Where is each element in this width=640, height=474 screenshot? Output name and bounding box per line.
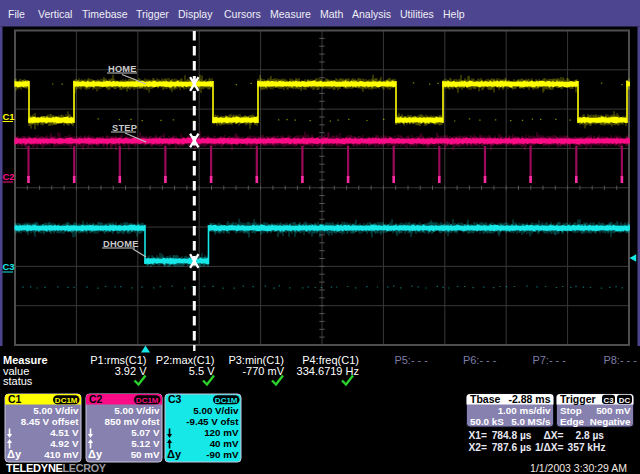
svg-text:File: File [8, 8, 25, 20]
svg-text:P8:- - -: P8:- - - [603, 354, 637, 366]
svg-text:P6:- - -: P6:- - - [463, 354, 497, 366]
svg-text:Utilities: Utilities [400, 8, 434, 20]
svg-text:5.12 V: 5.12 V [131, 438, 160, 449]
svg-text:C3: C3 [3, 261, 15, 272]
svg-text:5.07 V: 5.07 V [131, 427, 160, 438]
svg-text:status: status [3, 375, 33, 387]
svg-text:Negative: Negative [590, 416, 631, 427]
svg-text:X2=: X2= [469, 442, 487, 453]
svg-text:C2: C2 [3, 171, 15, 182]
svg-text:5.00 V/div: 5.00 V/div [114, 405, 160, 416]
svg-text:-770 mV: -770 mV [242, 365, 284, 377]
svg-text:-9.45 V ofst: -9.45 V ofst [186, 416, 239, 427]
svg-text:Edge: Edge [560, 416, 585, 427]
svg-text:357 kHz: 357 kHz [568, 442, 606, 453]
svg-text:5.5 V: 5.5 V [189, 365, 215, 377]
svg-text:C3: C3 [604, 396, 615, 405]
svg-text:120 mV: 120 mV [204, 427, 239, 438]
svg-text:334.6719 Hz: 334.6719 Hz [297, 365, 359, 377]
svg-text:5.00 V/div: 5.00 V/div [33, 405, 79, 416]
svg-text:ΔX=: ΔX= [543, 430, 563, 441]
svg-text:40 mV: 40 mV [210, 438, 239, 449]
svg-text:Stop: Stop [560, 405, 582, 416]
svg-text:50.0 kS: 50.0 kS [470, 416, 504, 427]
svg-text:DC1M: DC1M [215, 396, 238, 405]
svg-text:Δy: Δy [7, 448, 22, 460]
svg-text:8.45 V offset: 8.45 V offset [21, 416, 79, 427]
svg-text:784.8 µs: 784.8 µs [492, 430, 532, 441]
svg-text:TELEDYNE: TELEDYNE [6, 462, 63, 474]
svg-text:P5:- - -: P5:- - - [394, 354, 428, 366]
svg-text:Δy: Δy [167, 448, 182, 460]
svg-text:HOME: HOME [108, 64, 137, 74]
svg-text:1/1/2003 3:30:29 AM: 1/1/2003 3:30:29 AM [530, 462, 627, 474]
svg-text:C3: C3 [168, 393, 182, 405]
svg-text:5.0 MS/s: 5.0 MS/s [511, 416, 551, 427]
svg-text:787.6 µs: 787.6 µs [492, 442, 532, 453]
svg-text:Vertical: Vertical [38, 8, 72, 20]
svg-text:Trigger: Trigger [560, 393, 596, 405]
svg-text:5.00 V/div: 5.00 V/div [193, 405, 239, 416]
svg-text:DHOME: DHOME [103, 239, 139, 249]
svg-text:STEP: STEP [112, 123, 137, 133]
svg-text:DC: DC [619, 396, 631, 405]
svg-text:850 mV ofst: 850 mV ofst [105, 416, 161, 427]
svg-text:X1=: X1= [469, 430, 487, 441]
svg-text:410 mV: 410 mV [44, 449, 79, 460]
svg-text:Math: Math [320, 8, 344, 20]
svg-text:Help: Help [443, 8, 465, 20]
svg-text:C2: C2 [89, 393, 103, 405]
svg-text:50 mV: 50 mV [131, 449, 160, 460]
svg-text:4.51 V: 4.51 V [50, 427, 79, 438]
svg-text:500 mV: 500 mV [596, 405, 631, 416]
svg-text:4.92 V: 4.92 V [50, 438, 79, 449]
svg-text:Trigger: Trigger [136, 8, 169, 20]
svg-text:-2.88 ms: -2.88 ms [508, 393, 550, 405]
svg-text:Measure: Measure [270, 8, 311, 20]
svg-text:LECROY: LECROY [63, 462, 107, 474]
svg-text:Timebase: Timebase [82, 8, 128, 20]
svg-text:Δy: Δy [88, 448, 103, 460]
svg-text:Analysis: Analysis [352, 8, 391, 20]
svg-text:DC1M: DC1M [55, 396, 78, 405]
svg-text:C1: C1 [3, 111, 16, 122]
svg-text:DC1M: DC1M [136, 396, 159, 405]
svg-text:C1: C1 [8, 393, 22, 405]
svg-text:P7:- - -: P7:- - - [532, 354, 566, 366]
svg-text:-90 mV: -90 mV [206, 449, 239, 460]
svg-text:Tbase: Tbase [470, 393, 501, 405]
svg-text:1/ΔX=: 1/ΔX= [535, 442, 564, 453]
svg-text:2.8 µs: 2.8 µs [575, 430, 604, 441]
svg-text:1.00 ms/div: 1.00 ms/div [498, 405, 551, 416]
svg-text:Cursors: Cursors [224, 8, 261, 20]
svg-text:3.92 V: 3.92 V [115, 365, 147, 377]
svg-text:Display: Display [178, 8, 213, 20]
